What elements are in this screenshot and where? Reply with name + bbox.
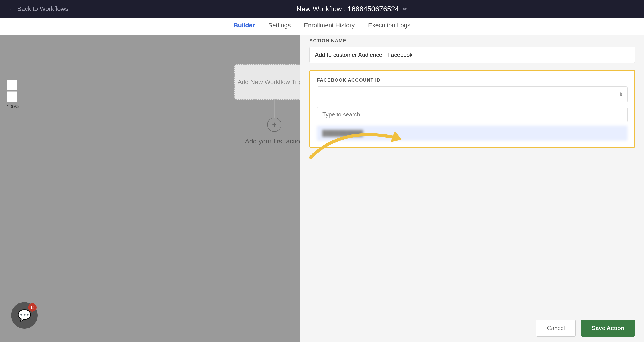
back-link-label: Back to Workflows (17, 5, 68, 12)
chat-icon: 💬 (18, 309, 31, 322)
tab-settings[interactable]: Settings (268, 22, 291, 31)
zoom-level: 100% (7, 104, 19, 110)
chat-badge: 8 (28, 303, 36, 312)
back-arrow-icon: ← (9, 5, 15, 12)
back-to-workflows-link[interactable]: ← Back to Workflows (9, 5, 68, 12)
zoom-in-button[interactable]: + (7, 80, 17, 90)
workflow-title: New Workflow : 1688450676524 ✏ (68, 5, 635, 13)
arrow-annotation (302, 109, 413, 167)
right-panel: Facebook Add To Custom Audience Add cont… (300, 0, 644, 342)
add-action-button[interactable]: + (267, 118, 282, 132)
tab-builder[interactable]: Builder (234, 22, 255, 31)
zoom-controls: + - 100% (7, 80, 19, 110)
tab-enrollment-history[interactable]: Enrollment History (304, 22, 355, 31)
add-first-action-label: Add your first action (245, 138, 304, 145)
panel-body: ACTION NAME FACEBOOK ACCOUNT ID ⇕ ██████… (300, 29, 644, 314)
action-name-label: ACTION NAME (309, 38, 635, 44)
action-name-input[interactable] (309, 47, 635, 63)
fb-account-label: FACEBOOK ACCOUNT ID (317, 77, 628, 83)
zoom-out-button[interactable]: - (7, 92, 17, 102)
tabs-bar: Builder Settings Enrollment History Exec… (0, 18, 644, 36)
chat-bubble[interactable]: 💬 8 (11, 302, 38, 329)
fb-account-select[interactable] (317, 86, 628, 102)
trigger-box-label: Add New Workflow Trigger (238, 78, 311, 86)
tab-execution-logs[interactable]: Execution Logs (368, 22, 410, 31)
navbar: ← Back to Workflows New Workflow : 16884… (0, 0, 644, 18)
save-action-button[interactable]: Save Action (581, 320, 635, 337)
workflow-title-text: New Workflow : 1688450676524 (296, 5, 399, 13)
fb-account-select-wrapper: ⇕ (317, 86, 628, 102)
edit-icon[interactable]: ✏ (402, 6, 407, 12)
cancel-button[interactable]: Cancel (536, 320, 576, 337)
connector-line (274, 100, 274, 118)
panel-footer: Cancel Save Action (300, 314, 644, 342)
